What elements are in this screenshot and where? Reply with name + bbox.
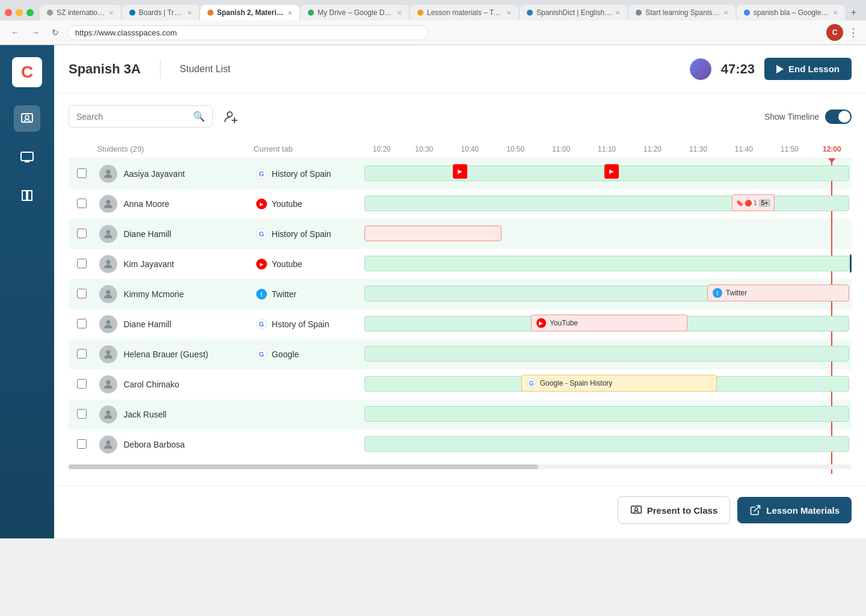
current-tab-cell — [251, 399, 362, 430]
student-name-label: Anna Moore — [123, 199, 169, 209]
timeline-right-marker — [850, 254, 852, 273]
svg-point-19 — [634, 508, 637, 511]
browser-tab-spanish[interactable]: Spanish 2, Materials ✕ — [200, 5, 299, 20]
timeline-container: Students (29) Current tab 10:20 10:30 10… — [69, 140, 852, 474]
time-10-20: 10:20 — [362, 140, 401, 159]
present-to-class-button[interactable]: Present to Class — [618, 496, 731, 524]
student-checkbox-4[interactable] — [77, 289, 87, 298]
browser-tab-lesson[interactable]: Lesson materials – Tea... ✕ — [410, 5, 518, 20]
student-checkbox-5[interactable] — [77, 319, 87, 328]
browser-tab-google[interactable]: spanish bla – Google S... ✕ — [737, 5, 845, 20]
youtube-bar: ▶ YouTube — [531, 315, 687, 331]
google-tab-icon: G — [256, 349, 267, 360]
student-name-container: Helena Brauer (Guest) — [99, 345, 246, 363]
timeline-cell: 🔖 🔴 1 5+ — [362, 189, 852, 219]
student-checkbox-3[interactable] — [77, 259, 87, 268]
tab-label-spanishdict: SpanishDict | English t... — [536, 8, 612, 17]
student-checkbox-6[interactable] — [77, 349, 87, 359]
forward-button[interactable]: → — [28, 26, 43, 38]
tab-close-spanishdict[interactable]: ✕ — [615, 10, 620, 16]
google-tab-icon: G — [256, 229, 267, 239]
horizontal-scrollbar[interactable] — [69, 464, 852, 469]
time-11-40: 11:40 — [721, 140, 767, 159]
timeline-bar-green — [364, 346, 849, 362]
reload-button[interactable]: ↻ — [48, 26, 63, 38]
back-button[interactable]: ← — [7, 26, 23, 38]
new-tab-button[interactable]: + — [846, 5, 861, 20]
current-tab-label: History of Spain — [272, 169, 331, 179]
student-name-label: Kimmy Mcmorie — [123, 289, 183, 299]
search-input[interactable] — [76, 112, 188, 122]
avatar-person-icon — [102, 168, 114, 180]
search-icon: 🔍 — [193, 111, 205, 122]
tab-close-duolingo[interactable]: ✕ — [723, 10, 728, 16]
sidebar-item-students[interactable] — [14, 105, 40, 132]
row-checkbox-cell — [69, 279, 94, 309]
tab-close-google[interactable]: ✕ — [833, 10, 838, 16]
student-name-cell: Debora Barbosa — [94, 430, 251, 460]
table-row: Carol Chimako G Google - Spain History — [69, 369, 852, 399]
google-tab-icon: G — [256, 319, 267, 330]
google-bar: G Google - Spain History — [521, 375, 717, 392]
tab-close-sz[interactable]: ✕ — [109, 10, 114, 16]
student-name-label: Diane Hamill — [123, 319, 171, 329]
tab-close-lesson[interactable]: ✕ — [506, 10, 511, 16]
traffic-light-yellow[interactable] — [16, 9, 23, 16]
student-checkbox-9[interactable] — [77, 439, 87, 449]
current-tab-label: Youtube — [272, 259, 302, 269]
current-tab-header-label: Current tab — [254, 144, 293, 153]
profile-avatar[interactable]: C — [826, 24, 843, 41]
lesson-materials-label: Lesson Materials — [766, 505, 840, 516]
present-label: Present to Class — [647, 505, 718, 516]
student-name-container: Jack Rusell — [99, 405, 246, 424]
student-checkbox-2[interactable] — [77, 229, 87, 238]
toolbar: 🔍 Show Timeline — [69, 105, 852, 128]
timeline-bar-green — [364, 196, 849, 211]
tab-favicon-sz — [47, 10, 53, 16]
url-input[interactable]: https://www.classspaces.com — [67, 25, 428, 40]
svg-point-17 — [106, 440, 111, 445]
lesson-materials-button[interactable]: Lesson Materials — [737, 497, 852, 523]
tab-label-sz: SZ international — [57, 8, 105, 17]
student-name-cell: Carol Chimako — [94, 369, 251, 399]
student-name-cell: Diane Hamill — [94, 309, 251, 339]
avatar-person-icon — [102, 348, 114, 360]
student-checkbox-0[interactable] — [77, 168, 87, 178]
student-checkbox-7[interactable] — [77, 379, 87, 389]
timeline-toggle-switch[interactable] — [825, 109, 852, 124]
browser-tab-spanishdict[interactable]: SpanishDict | English t... ✕ — [520, 5, 627, 20]
student-name-label: Carol Chimako — [123, 380, 179, 389]
browser-tab-trello[interactable]: Boards | Trello ✕ — [122, 5, 199, 20]
scrollbar-thumb — [69, 464, 538, 469]
avatar-person-icon — [102, 408, 114, 420]
app-logo: C — [12, 57, 42, 87]
browser-menu-button[interactable]: ⋮ — [848, 26, 859, 39]
student-checkbox-1[interactable] — [77, 199, 87, 208]
search-box[interactable]: 🔍 — [69, 105, 213, 128]
tab-close-drive[interactable]: ✕ — [397, 10, 402, 16]
tab-close-spanish[interactable]: ✕ — [287, 10, 292, 16]
traffic-light-green[interactable] — [26, 9, 34, 16]
add-student-button[interactable] — [220, 106, 242, 128]
student-name-label: Aasiya Jayavant — [123, 169, 185, 179]
sidebar-item-book[interactable] — [14, 182, 40, 209]
browser-tab-drive[interactable]: My Drive – Google Driv... ✕ — [301, 5, 409, 20]
browser-tab-duolingo[interactable]: Start learning Spanish... ✕ — [628, 5, 735, 20]
traffic-light-red[interactable] — [5, 9, 12, 16]
row-checkbox-cell — [69, 189, 94, 219]
sidebar-item-screen[interactable] — [14, 144, 40, 170]
student-name-label: Diane Hamill — [123, 229, 171, 239]
timeline-table: Students (29) Current tab 10:20 10:30 10… — [69, 140, 852, 460]
youtube-tab-icon: ▶ — [256, 199, 267, 209]
student-checkbox-8[interactable] — [77, 409, 87, 419]
tab-close-trello[interactable]: ✕ — [187, 10, 192, 16]
students-header-label: Students (29) — [97, 144, 144, 153]
timeline-cell — [362, 399, 852, 430]
yt-pin-1: ▶ — [453, 164, 467, 179]
student-name-label: Kim Jayavant — [123, 259, 174, 269]
browser-tab-sz[interactable]: SZ international ✕ — [40, 5, 121, 20]
timeline-cell: ▶ YouTube — [362, 309, 852, 339]
user-avatar[interactable] — [690, 58, 711, 80]
svg-point-1 — [25, 116, 29, 119]
end-lesson-button[interactable]: End Lesson — [764, 58, 852, 80]
